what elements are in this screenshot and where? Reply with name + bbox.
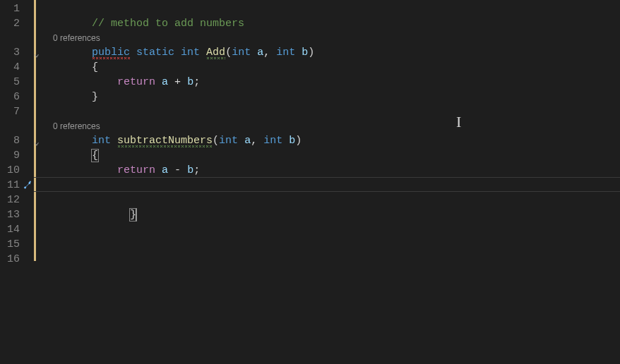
punctuation-token: , (263, 47, 270, 59)
punctuation-token: ) (308, 47, 314, 59)
code-content[interactable]: // method to add numbers 0 references ⌄ … (34, 0, 620, 364)
line-number[interactable]: 16 (0, 252, 34, 267)
type-token: int (276, 47, 295, 59)
line-number-gutter[interactable]: 1 2 3 4 5 6 7 8 9 10 11 12 13 14 15 16 (0, 0, 34, 364)
variable-token: b (302, 47, 308, 59)
punctuation-token: ; (193, 164, 200, 176)
punctuation-token: , (251, 135, 257, 147)
type-token: int (181, 47, 200, 59)
type-token: int (219, 135, 238, 147)
line-number[interactable]: 12 (0, 193, 34, 207)
variable-token: a (162, 76, 168, 88)
codelens-gutter-spacer (0, 31, 34, 45)
code-line[interactable] (34, 104, 620, 119)
chevron-down-icon[interactable]: ⌄ (32, 135, 41, 150)
keyword-token: public (92, 47, 130, 59)
brace-token: { (91, 149, 99, 162)
indent (41, 135, 92, 147)
code-line[interactable]: return a - b; (34, 163, 620, 178)
punctuation-token: ; (193, 76, 200, 88)
brace-token: } (92, 91, 98, 103)
line-number[interactable]: 2 (0, 16, 34, 31)
line-number[interactable]: 6 (0, 90, 34, 104)
indent (41, 47, 92, 59)
method-token: Add (206, 47, 225, 59)
indent (41, 150, 92, 162)
indent (41, 91, 92, 103)
brace-token: { (92, 61, 98, 73)
indent (41, 18, 92, 30)
current-line-highlight (34, 177, 620, 192)
line-number[interactable]: 9 (0, 148, 34, 163)
code-line[interactable]: } (34, 90, 620, 104)
code-line[interactable] (34, 207, 620, 222)
operator-token: - (174, 164, 181, 176)
code-line[interactable]: ⌄ int subtractNumbers(int a, int b) (34, 133, 620, 148)
line-number[interactable]: 5 (0, 75, 34, 90)
codelens-gutter-spacer (0, 119, 34, 133)
variable-token: a (244, 135, 251, 147)
line-number[interactable]: 8 (0, 133, 34, 148)
code-line[interactable]: // method to add numbers (34, 16, 620, 31)
punctuation-token: ( (213, 135, 219, 147)
line-number[interactable]: 14 (0, 222, 34, 237)
variable-token: b (187, 76, 193, 88)
code-line-current[interactable]: } (34, 178, 620, 193)
type-token: int (232, 47, 251, 59)
line-number[interactable]: 7 (0, 104, 34, 119)
code-line[interactable] (34, 222, 620, 237)
variable-token: b (289, 135, 295, 147)
keyword-token: return (117, 164, 155, 176)
method-token: subtractNumbers (117, 135, 213, 147)
code-line[interactable]: return a + b; (34, 75, 620, 90)
code-editor[interactable]: 1 2 3 4 5 6 7 8 9 10 11 12 13 14 15 16 /… (0, 0, 620, 364)
line-number[interactable]: 11 (0, 178, 34, 193)
indent (41, 76, 117, 88)
code-line[interactable] (34, 237, 620, 252)
code-line[interactable]: { (34, 60, 620, 75)
keyword-token: return (117, 76, 155, 88)
type-token: int (263, 135, 282, 147)
punctuation-token: ) (295, 135, 302, 147)
code-line[interactable] (34, 252, 620, 267)
line-number[interactable]: 13 (0, 207, 34, 222)
indent (41, 61, 92, 73)
line-number[interactable]: 3 (0, 45, 34, 60)
chevron-down-icon[interactable]: ⌄ (32, 47, 41, 61)
code-line[interactable] (34, 1, 620, 16)
line-number[interactable]: 4 (0, 60, 34, 75)
screwdriver-icon[interactable] (23, 180, 32, 190)
keyword-token: static (136, 47, 174, 59)
variable-token: a (257, 47, 263, 59)
code-line[interactable] (34, 193, 620, 207)
indent (41, 164, 117, 176)
codelens-reference-count[interactable]: 0 references (34, 31, 620, 45)
operator-token: + (174, 76, 181, 88)
code-line[interactable]: { (34, 148, 620, 163)
type-token: int (92, 135, 111, 147)
punctuation-token: ( (225, 47, 232, 59)
variable-token: a (162, 164, 168, 176)
comment-token: // method to add numbers (92, 18, 244, 30)
code-line[interactable]: ⌄ public static int Add(int a, int b) (34, 45, 620, 60)
line-number[interactable]: 1 (0, 1, 34, 16)
codelens-reference-count[interactable]: 0 references (34, 119, 620, 133)
variable-token: b (187, 164, 193, 176)
line-number[interactable]: 15 (0, 237, 34, 252)
line-number[interactable]: 10 (0, 163, 34, 178)
